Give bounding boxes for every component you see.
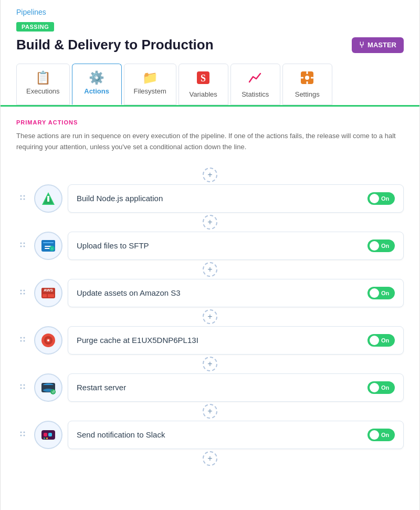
toggle-knob [370, 241, 379, 251]
action-icon-wrapper-1: ↑ [34, 232, 62, 260]
svg-point-18 [20, 245, 22, 247]
drag-handle-icon[interactable] [16, 430, 29, 440]
action-card[interactable]: Upload files to SFTPOn [68, 232, 404, 260]
section-desc: These actions are run in sequence on eve… [16, 131, 404, 153]
pipeline-title: Build & Delivery to Production [16, 37, 214, 53]
svg-point-39 [24, 340, 25, 341]
svg-point-30 [24, 293, 25, 294]
svg-text:↺: ↺ [51, 390, 55, 394]
actions-tab-label: Actions [84, 87, 109, 95]
drag-handle-icon[interactable] [16, 382, 29, 393]
tab-statistics[interactable]: Statistics [230, 64, 280, 105]
svg-text:AWS: AWS [44, 288, 54, 293]
action-row: ↺Restart serverOn [16, 373, 404, 402]
tab-settings[interactable]: Settings [282, 64, 332, 105]
action-label: Purge cache at E1UX5DNP6PL13I [77, 336, 368, 345]
svg-point-19 [24, 245, 25, 247]
svg-rect-6 [301, 77, 303, 79]
toggle-knob [370, 430, 379, 440]
add-action-btn-0[interactable]: + [203, 168, 217, 182]
svg-point-46 [20, 387, 22, 389]
svg-rect-59 [44, 433, 47, 436]
toggle-knob [370, 194, 379, 203]
action-icon-wrapper-0 [34, 184, 62, 213]
svg-rect-34 [48, 294, 54, 297]
filesystem-tab-label: Filesystem [134, 87, 166, 95]
toggle-label: On [381, 432, 389, 438]
action-card[interactable]: Purge cache at E1UX5DNP6PL13IOn [68, 326, 404, 355]
svg-point-9 [24, 195, 25, 196]
add-action-btn-3[interactable]: + [203, 309, 217, 324]
add-action-btn-5[interactable]: + [203, 404, 217, 419]
action-label: Update assets on Amazon S3 [77, 288, 368, 297]
branch-icon: ⑂ [359, 40, 364, 50]
svg-rect-7 [311, 77, 313, 79]
tab-executions[interactable]: 📋Executions [16, 64, 70, 105]
action-card[interactable]: Restart serverOn [68, 373, 404, 402]
pipeline-title-row: Build & Delivery to Production ⑂ MASTER [16, 37, 404, 53]
statistics-tab-icon [248, 70, 262, 88]
drag-handle-icon[interactable] [16, 241, 29, 251]
top-bar: Pipelines PASSING Build & Delivery to Pr… [1, 0, 419, 107]
add-action-btn-4[interactable]: + [203, 357, 217, 371]
svg-point-10 [20, 198, 22, 200]
action-card[interactable]: Build Node.js applicationOn [68, 184, 404, 213]
svg-rect-15 [47, 196, 49, 197]
action-icon-wrapper-4: ↺ [34, 373, 62, 402]
tab-filesystem[interactable]: 📁Filesystem [124, 64, 176, 105]
action-icon-wrapper-3 [34, 326, 62, 355]
svg-point-38 [20, 340, 22, 341]
svg-rect-14 [47, 197, 49, 202]
toggle-knob [370, 288, 379, 298]
action-card[interactable]: Send notification to SlackOn [68, 421, 404, 449]
action-toggle[interactable]: On [368, 192, 395, 205]
action-card[interactable]: Update assets on Amazon S3On [68, 279, 404, 307]
settings-tab-icon [300, 70, 314, 88]
svg-rect-4 [307, 71, 308, 74]
toggle-label: On [381, 243, 389, 249]
executions-tab-label: Executions [26, 87, 60, 95]
drag-handle-icon[interactable] [16, 193, 29, 204]
action-toggle[interactable]: On [368, 240, 395, 252]
action-label: Restart server [77, 383, 368, 392]
actions-list: +Build Node.js applicationOn+↑Upload fil… [16, 165, 404, 468]
svg-point-8 [20, 195, 22, 196]
svg-point-57 [24, 434, 25, 436]
drag-handle-icon[interactable] [16, 335, 29, 346]
action-row: Purge cache at E1UX5DNP6PL13IOn [16, 326, 404, 355]
action-toggle[interactable]: On [368, 429, 395, 441]
action-row: Send notification to SlackOn [16, 421, 404, 449]
tabs-row: 📋Executions⚙️Actions📁FilesystemSVariable… [16, 64, 404, 105]
status-badge: PASSING [16, 22, 54, 32]
svg-rect-62 [46, 438, 48, 439]
svg-rect-24 [45, 248, 50, 249]
tab-variables[interactable]: SVariables [178, 64, 228, 105]
drag-handle-icon[interactable] [16, 288, 29, 298]
svg-text:S: S [201, 73, 206, 84]
add-action-btn-1[interactable]: + [203, 215, 217, 230]
svg-point-16 [20, 242, 22, 244]
action-toggle[interactable]: On [368, 287, 395, 299]
svg-rect-60 [48, 433, 52, 436]
svg-point-45 [24, 384, 25, 386]
svg-point-29 [20, 293, 22, 294]
add-action-btn-last[interactable]: + [203, 451, 217, 466]
actions-tab-icon: ⚙️ [89, 70, 104, 85]
tab-actions[interactable]: ⚙️Actions [72, 64, 122, 105]
svg-point-28 [24, 289, 25, 291]
action-row: ↑Upload files to SFTPOn [16, 232, 404, 260]
toggle-label: On [381, 384, 389, 391]
action-toggle[interactable]: On [368, 381, 395, 394]
svg-point-37 [24, 337, 25, 338]
svg-rect-5 [307, 81, 308, 84]
pipelines-link[interactable]: Pipelines [16, 8, 46, 16]
toggle-label: On [381, 195, 389, 202]
action-toggle[interactable]: On [368, 334, 395, 347]
add-action-btn-2[interactable]: + [203, 262, 217, 277]
action-label: Build Node.js application [77, 194, 368, 203]
svg-point-44 [20, 384, 22, 386]
statistics-tab-label: Statistics [242, 90, 269, 98]
toggle-knob [370, 383, 379, 392]
page-container: Pipelines PASSING Build & Delivery to Pr… [0, 0, 420, 510]
toggle-label: On [381, 337, 389, 344]
